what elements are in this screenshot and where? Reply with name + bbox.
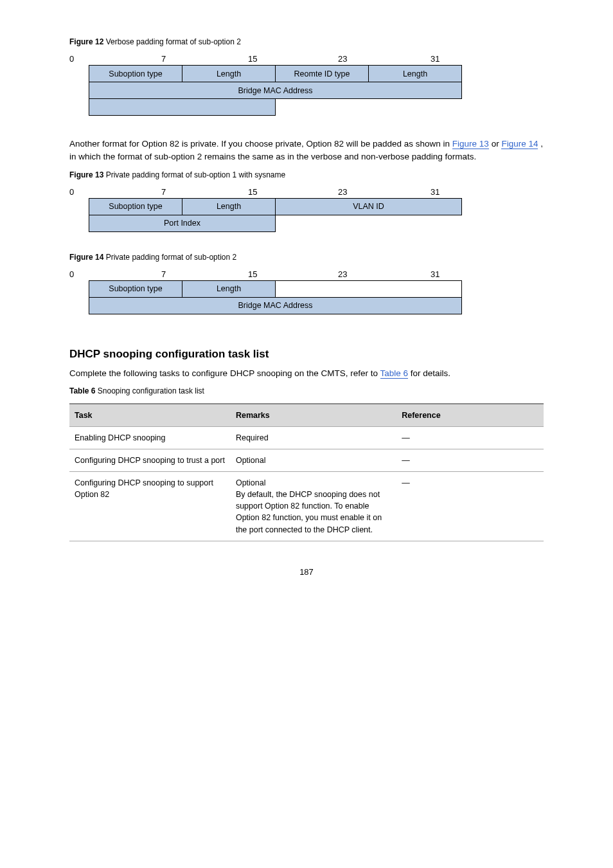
table6-caption: Table 6 Snooping configuration task list <box>69 386 544 395</box>
section-para-pre: Complete the following tasks to configur… <box>69 368 380 378</box>
cell-length-2: Length <box>369 66 462 82</box>
bit-7: 7 <box>161 54 166 64</box>
cell-bridge-mac-continued <box>89 99 276 116</box>
bit-23: 23 <box>338 269 347 279</box>
figure14-table: Suboption type Length Bridge MAC Address <box>89 280 462 314</box>
cell-task: Configuring DHCP snooping to support Opt… <box>69 472 231 541</box>
cell-port-index: Port Index <box>89 215 276 231</box>
bit-7: 7 <box>161 269 166 279</box>
figure13-diagram: 0 7 15 23 31 . Suboption type Length VLA… <box>69 187 544 232</box>
bit-7: 7 <box>161 187 166 197</box>
figure14-caption-rest: Private padding format of sub-option 2 <box>103 253 236 262</box>
table-row: Enabling DHCP snooping Required — <box>69 426 544 449</box>
cell-empty-top <box>276 280 462 297</box>
bit-31: 31 <box>431 187 440 197</box>
figure13-bitlabels: 0 7 15 23 31 . <box>69 187 442 197</box>
cell-bridge-mac: Bridge MAC Address <box>89 297 462 314</box>
figure13-table: Suboption type Length VLAN ID Port Index <box>89 198 462 232</box>
cell-remarks: Optional <box>231 449 396 471</box>
table-row: Configuring DHCP snooping to support Opt… <box>69 472 544 541</box>
section-para-post: for details. <box>411 368 450 378</box>
cell-empty <box>276 99 462 116</box>
cell-remarks: Required <box>231 426 396 449</box>
cell-vlan-id: VLAN ID <box>276 198 462 215</box>
th-task: Task <box>69 404 231 427</box>
bit-0: 0 <box>69 269 74 279</box>
bit-15: 15 <box>248 187 257 197</box>
bit-0: 0 <box>69 54 74 64</box>
table-row: Configuring DHCP snooping to trust a por… <box>69 449 544 471</box>
figure14-diagram: 0 7 15 23 31 . Suboption type Length Bri… <box>69 269 544 314</box>
page-number: 187 <box>69 567 544 577</box>
figure13-caption: Figure 13 Private padding format of sub-… <box>69 170 544 179</box>
cell-reference: — <box>396 449 544 471</box>
th-remarks: Remarks <box>231 404 396 427</box>
table6-caption-rest: Snooping configuration task list <box>95 386 204 395</box>
cell-task: Configuring DHCP snooping to trust a por… <box>69 449 231 471</box>
cell-task: Enabling DHCP snooping <box>69 426 231 449</box>
cell-reference: — <box>396 472 544 541</box>
cell-length: Length <box>182 198 276 215</box>
option82-paragraph: Another format for Option 82 is private.… <box>69 138 544 164</box>
figure13-link[interactable]: Figure 13 <box>452 139 489 149</box>
bit-31: 31 <box>431 269 440 279</box>
figure13-caption-rest: Private padding format of sub-option 1 w… <box>103 170 285 179</box>
para-mid: or <box>492 139 502 149</box>
figure12-diagram: 0 7 15 23 31 . Suboption type Length Reo… <box>69 54 544 116</box>
bit-15: 15 <box>248 269 257 279</box>
para-pre: Another format for Option 82 is private.… <box>69 139 452 149</box>
bit-15: 15 <box>248 54 257 64</box>
figure14-link[interactable]: Figure 14 <box>501 139 538 149</box>
th-reference: Reference <box>396 404 544 427</box>
figure12-table: Suboption type Length Reomte ID type Len… <box>89 65 462 116</box>
figure12-caption-bold: Figure 12 <box>69 37 103 46</box>
bit-23: 23 <box>338 187 347 197</box>
figure12-bitlabels: 0 7 15 23 31 . <box>69 54 442 64</box>
cell-suboption-type: Suboption type <box>89 198 182 215</box>
figure14-caption-bold: Figure 14 <box>69 253 103 262</box>
cell-reference: — <box>396 426 544 449</box>
table6: Task Remarks Reference Enabling DHCP sno… <box>69 403 544 541</box>
cell-suboption-type: Suboption type <box>89 280 182 297</box>
bit-31: 31 <box>431 54 440 64</box>
cell-remarks: Optional By default, the DHCP snooping d… <box>231 472 396 541</box>
figure12-caption: Figure 12 Verbose padding format of sub-… <box>69 37 544 46</box>
figure14-caption: Figure 14 Private padding format of sub-… <box>69 253 544 262</box>
cell-bridge-mac-top: Bridge MAC Address <box>89 82 462 99</box>
figure14-bitlabels: 0 7 15 23 31 . <box>69 269 442 279</box>
bit-0: 0 <box>69 187 74 197</box>
cell-suboption-type: Suboption type <box>89 66 182 82</box>
cell-remote-id-type: Reomte ID type <box>276 66 369 82</box>
figure12-caption-rest: Verbose padding format of sub-option 2 <box>103 37 240 46</box>
section-paragraph: Complete the following tasks to configur… <box>69 367 544 380</box>
bit-23: 23 <box>338 54 347 64</box>
section-title: DHCP snooping configuration task list <box>69 348 544 361</box>
cell-length-1: Length <box>182 66 276 82</box>
table6-caption-bold: Table 6 <box>69 386 95 395</box>
cell-length: Length <box>182 280 276 297</box>
cell-empty <box>276 215 462 231</box>
table6-link[interactable]: Table 6 <box>380 368 409 379</box>
figure13-caption-bold: Figure 13 <box>69 170 103 179</box>
